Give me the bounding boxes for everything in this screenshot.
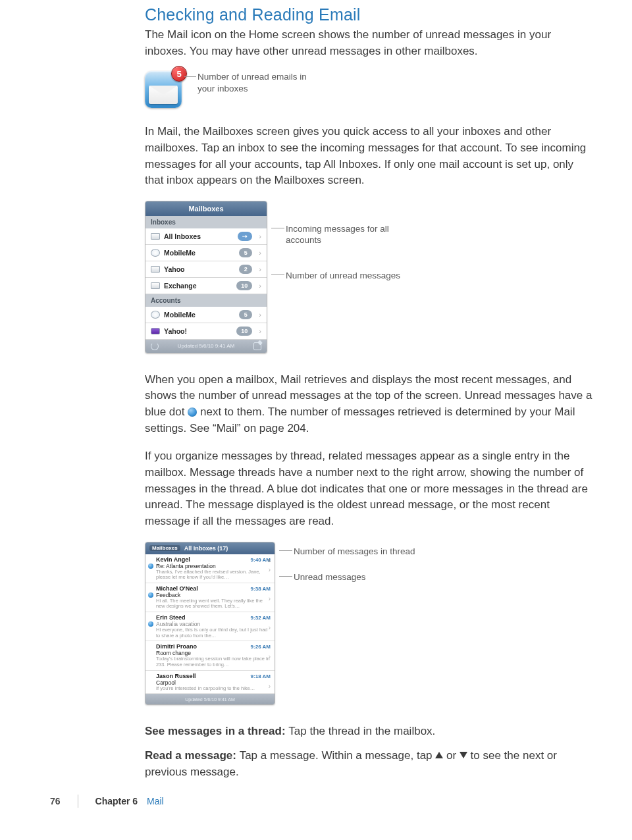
- unread-count: 10: [236, 281, 252, 290]
- message-row[interactable]: Dimitri Proano9:26 AM Room change Today'…: [145, 641, 275, 670]
- mailbox-row[interactable]: Yahoo 2 ›: [145, 261, 267, 278]
- mailbox-row[interactable]: MobileMe 5 ›: [145, 245, 267, 261]
- inbox-header: Mailboxes All Inboxes (17): [145, 542, 275, 554]
- inbox-toolbar: Updated 5/6/10 9:41 AM: [145, 694, 275, 704]
- refresh-icon[interactable]: [151, 342, 159, 350]
- mail-icon: [151, 266, 160, 273]
- blue-dot-icon: [188, 407, 197, 417]
- message-time: 9:26 AM: [251, 644, 271, 650]
- mailbox-row-all-inboxes[interactable]: All Inboxes ⇢ ›: [145, 228, 267, 245]
- chevron-right-icon: ›: [259, 327, 261, 335]
- chevron-right-icon: ›: [269, 566, 271, 573]
- inbox-title: All Inboxes (17): [184, 545, 228, 552]
- paragraph-open-mailbox: When you open a mailbox, Mail retrieves …: [145, 372, 592, 437]
- chapter-name: Mail: [147, 796, 164, 806]
- unread-count: 5: [239, 310, 252, 319]
- unread-dot-icon: [148, 564, 153, 569]
- message-row[interactable]: Kevin Angel9:40 AM 3 Re: Atlanta present…: [145, 554, 275, 583]
- sender-name: Kevin Angel: [156, 556, 190, 563]
- last-updated: Updated 5/6/10 9:41 AM: [178, 343, 234, 349]
- chevron-right-icon: ›: [259, 232, 261, 240]
- sender-name: Jason Russell: [156, 673, 196, 679]
- mailbox-label: All Inboxes: [164, 232, 234, 240]
- message-row[interactable]: Erin Steed9:32 AM Australia vacation Hi …: [145, 612, 275, 641]
- message-row[interactable]: Jason Russell9:18 AM Carpool If you're i…: [145, 671, 275, 695]
- action-lead: See messages in a thread:: [145, 725, 288, 737]
- mailbox-row[interactable]: MobileMe 5 ›: [145, 307, 267, 323]
- unread-dot-icon: [148, 592, 153, 598]
- message-preview: Today's brainstorming session will now t…: [156, 656, 271, 668]
- chevron-right-icon: ›: [259, 249, 261, 257]
- arrow-up-icon: [435, 752, 443, 758]
- unread-badge: 5: [171, 66, 187, 82]
- chevron-right-icon: ›: [259, 311, 261, 319]
- message-preview: Hi everyone, this is only our third day,…: [156, 627, 271, 639]
- envelope-icon: [149, 86, 178, 104]
- callout-all-accounts: Incoming messages for all accounts: [286, 223, 411, 246]
- mailboxes-section-inboxes: Inboxes: [145, 216, 267, 228]
- chevron-right-icon: ›: [269, 624, 271, 631]
- page-number: 76: [50, 796, 61, 806]
- cloud-icon: [151, 249, 160, 257]
- back-button[interactable]: Mailboxes: [149, 545, 180, 551]
- callout-unread-badge: Number of unread emails in your inboxes: [198, 71, 323, 94]
- mailbox-row[interactable]: Yahoo! 10 ›: [145, 323, 267, 340]
- callout-unread-messages: Unread messages: [294, 571, 415, 583]
- mailbox-label: Yahoo: [164, 265, 235, 273]
- message-row[interactable]: Michael O'Neal9:38 AM Feedback Hi all. T…: [145, 583, 275, 612]
- footer-divider: [78, 795, 78, 808]
- paragraph-threads: If you organize messages by thread, rela…: [145, 448, 592, 529]
- chevron-right-icon: ›: [259, 265, 261, 273]
- yahoo-icon: [151, 328, 160, 334]
- callout-thread-count: Number of messages in thread: [294, 546, 415, 558]
- chevron-right-icon: ›: [269, 653, 271, 660]
- mailboxes-header: Mailboxes: [145, 201, 267, 216]
- chevron-right-icon: ›: [269, 595, 271, 602]
- unread-dot-icon: [148, 621, 153, 627]
- action-text: Tap a message. Within a message, tap: [240, 749, 436, 762]
- mail-icon: [151, 233, 160, 240]
- see-messages-line: See messages in a thread: Tap the thread…: [145, 723, 592, 740]
- message-time: 9:32 AM: [251, 615, 271, 621]
- paragraph-text: next to them. The number of messages ret…: [145, 406, 575, 434]
- mailbox-label: MobileMe: [164, 249, 235, 257]
- unread-count: 2: [239, 265, 252, 274]
- message-preview: Thanks, I've attached the revised versio…: [156, 569, 271, 581]
- inbox-screenshot: Mailboxes All Inboxes (17) Kevin Angel9:…: [145, 542, 275, 706]
- mailbox-row[interactable]: Exchange 10 ›: [145, 278, 267, 294]
- arrow-down-icon: [460, 752, 467, 758]
- message-time: 9:18 AM: [251, 673, 271, 679]
- sender-name: Erin Steed: [156, 614, 186, 621]
- mailbox-label: MobileMe: [164, 311, 235, 319]
- mailboxes-screenshot: Mailboxes Inboxes All Inboxes ⇢ › Mobile…: [145, 201, 267, 354]
- unread-count: 5: [239, 248, 252, 257]
- section-title: Checking and Reading Email: [145, 5, 592, 24]
- cloud-icon: [151, 311, 160, 319]
- mailbox-label: Exchange: [164, 282, 232, 290]
- message-preview: Hi all. The meeting went well. They real…: [156, 598, 271, 610]
- message-preview: If you're interested in carpooling to th…: [156, 686, 271, 692]
- chevron-right-icon: ›: [259, 282, 261, 290]
- mail-icon: [151, 282, 160, 289]
- last-updated: Updated 5/6/10 9:41 AM: [185, 697, 235, 702]
- mailboxes-toolbar: Updated 5/6/10 9:41 AM: [145, 340, 267, 353]
- chevron-right-icon: ›: [269, 683, 271, 690]
- sender-name: Dimitri Proano: [156, 643, 197, 650]
- chapter-label: Chapter 6 Mail: [95, 796, 164, 806]
- mailbox-label: Yahoo!: [164, 327, 232, 335]
- sender-name: Michael O'Neal: [156, 585, 198, 592]
- action-text: or: [443, 749, 460, 762]
- page-footer: 76 Chapter 6 Mail: [50, 795, 164, 808]
- compose-icon[interactable]: [253, 342, 261, 350]
- mailboxes-section-accounts: Accounts: [145, 294, 267, 307]
- action-lead: Read a message:: [145, 749, 240, 762]
- chapter-number: Chapter 6: [95, 796, 138, 806]
- mail-app-icon: 5: [145, 71, 182, 108]
- message-time: 9:38 AM: [251, 586, 271, 592]
- action-rest: Tap the thread in the mailbox.: [288, 725, 435, 737]
- intro-paragraph-1: The Mail icon on the Home screen shows t…: [145, 27, 592, 59]
- intro-paragraph-2: In Mail, the Mailboxes screen gives you …: [145, 124, 592, 189]
- thread-count: 3: [268, 558, 271, 564]
- blue-shield-icon: ⇢: [238, 232, 252, 241]
- unread-count: 10: [236, 327, 252, 336]
